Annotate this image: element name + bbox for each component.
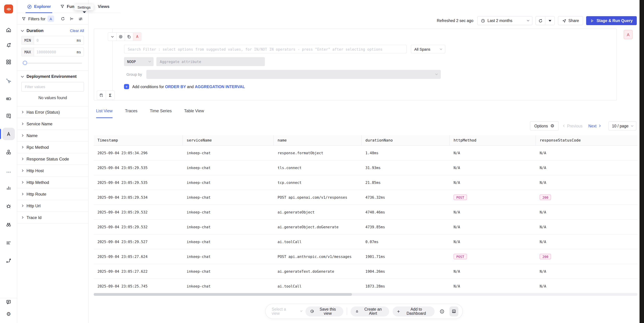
previous-page-button[interactable]: Previous <box>563 124 582 128</box>
sidebar-item-support[interactable] <box>0 296 17 308</box>
column-header-name[interactable]: name <box>274 135 362 145</box>
sidebar-item-alerts[interactable] <box>0 39 17 51</box>
collapse-query-button[interactable] <box>108 33 116 41</box>
table-row[interactable]: 2025-09-04 23:05:29.532 inkeep-chat ai.g… <box>94 205 638 220</box>
collapse-panel-icon[interactable] <box>68 15 75 22</box>
sidebar-item-pipelines[interactable] <box>0 237 17 248</box>
chevron-right-icon <box>21 134 24 137</box>
sidebar-item-infrastructure[interactable] <box>0 93 17 105</box>
info-button[interactable] <box>438 307 446 316</box>
duration-slider[interactable] <box>22 60 83 66</box>
span-scope-select[interactable]: All Spans <box>411 45 445 53</box>
table-row[interactable]: 2025-09-04 23:05:29.535 inkeep-chat tls.… <box>94 160 638 175</box>
sidebar-item-logs[interactable] <box>0 110 17 122</box>
toggle-visibility-button[interactable] <box>116 33 125 41</box>
binoculars-icon <box>6 222 12 228</box>
select-view-dropdown[interactable]: Select a view <box>272 307 302 316</box>
table-row[interactable]: 2025-09-04 23:05:27.624 inkeep-chat POST… <box>94 249 638 264</box>
sidebar-item-dashboards[interactable] <box>0 56 17 68</box>
duration-max-input[interactable] <box>34 48 74 56</box>
tab-views[interactable]: Views <box>98 0 110 13</box>
tab-table-view[interactable]: Table View <box>184 108 204 118</box>
table-row[interactable]: 2025-09-04 23:05:29.534 inkeep-chat POST… <box>94 190 638 205</box>
sidebar-item-settings[interactable]: ⚙ <box>0 308 17 320</box>
create-alert-button[interactable]: Create an Alert <box>350 306 389 316</box>
deployment-filter-input[interactable] <box>21 82 84 92</box>
plus-icon[interactable]: + <box>124 84 129 89</box>
chevron-down-icon[interactable] <box>21 74 24 78</box>
copy-query-button[interactable] <box>125 33 133 41</box>
table-row[interactable]: 2025-09-04 23:05:29.532 inkeep-chat ai.g… <box>94 220 638 234</box>
tab-explorer[interactable]: Explorer <box>27 0 51 13</box>
stage-run-query-button[interactable]: Stage & Run Query <box>586 16 637 25</box>
tab-traces[interactable]: Traces <box>125 108 138 118</box>
column-header-durationnano[interactable]: durationNano <box>362 135 450 145</box>
filter-category[interactable]: Trace Id <box>17 212 88 224</box>
sidebar-item-traces[interactable] <box>0 128 17 140</box>
aggregate-operator-select[interactable]: NOOP <box>124 57 154 66</box>
table-row[interactable]: 2025-09-04 23:05:29.527 inkeep-chat ai.t… <box>94 234 638 249</box>
aggregate-attribute-input[interactable] <box>156 57 265 66</box>
column-header-httpmethod[interactable]: httpMethod <box>450 135 536 145</box>
sidebar-item-explore[interactable] <box>0 219 17 230</box>
sidebar-item-routes[interactable] <box>0 255 17 266</box>
search-filter-input[interactable] <box>124 45 407 53</box>
filter-category[interactable]: Http Url <box>17 200 88 212</box>
filter-category[interactable]: Response Status Code <box>17 153 88 165</box>
add-to-dashboard-button[interactable]: + Add to Dashboard <box>392 306 434 316</box>
sidebar-item-integrations[interactable] <box>0 146 17 158</box>
tab-list-view[interactable]: List View <box>96 108 112 118</box>
refresh-options-button[interactable] <box>545 16 554 25</box>
horizontal-scrollbar[interactable] <box>94 293 638 296</box>
table-row[interactable]: 2025-09-04 23:05:29.535 inkeep-chat tcp.… <box>94 175 638 190</box>
aggregation-interval-link[interactable]: AGGREGATION INTERVAL <box>195 84 245 89</box>
refresh-button[interactable] <box>536 16 545 25</box>
table-row[interactable]: 2025-09-04 23:05:27.622 inkeep-chat ai.g… <box>94 264 638 279</box>
filter-category[interactable]: Http Method <box>17 177 88 188</box>
column-header-timestamp[interactable]: Timestamp <box>94 135 183 145</box>
bug-icon <box>6 203 12 209</box>
sidebar-item-exceptions[interactable] <box>0 200 17 212</box>
page-size-select[interactable]: 10 / page <box>608 121 636 130</box>
tab-time-series[interactable]: Time Series <box>150 108 172 118</box>
save-view-button[interactable]: Save this view <box>306 306 343 316</box>
options-button[interactable]: Options ⚙ <box>530 121 558 130</box>
filter-category[interactable]: Name <box>17 130 88 142</box>
chevron-down-icon[interactable] <box>21 29 24 32</box>
settings-tooltip: Settings <box>74 4 94 10</box>
refresh-filters-icon[interactable] <box>59 15 66 22</box>
time-range-select[interactable]: Last 2 months <box>477 16 532 25</box>
cell-service-name: inkeep-chat <box>183 220 274 234</box>
order-by-link[interactable]: ORDER BY <box>165 84 186 89</box>
clear-all-link[interactable]: Clear All <box>70 28 84 33</box>
scrollbar-thumb[interactable] <box>94 293 352 296</box>
sidebar-item-services[interactable] <box>0 75 17 87</box>
table-row[interactable]: 2025-09-04 23:05:25.745 inkeep-chat ai.t… <box>94 279 638 294</box>
share-button[interactable]: Share <box>558 16 583 25</box>
query-a-badge[interactable]: A <box>48 16 54 22</box>
filter-category[interactable]: Http Host <box>17 165 88 177</box>
sidebar-item-home[interactable] <box>0 24 17 36</box>
filter-category[interactable]: Has Error (Status) <box>17 106 88 118</box>
filter-category[interactable]: Service Name <box>17 118 88 130</box>
column-header-responsestatuscode[interactable]: responseStatusCode <box>536 135 638 145</box>
add-query-button[interactable] <box>97 91 106 100</box>
query-a-toggle[interactable]: A <box>133 33 141 41</box>
column-header-servicename[interactable]: serviceName <box>183 135 274 145</box>
duration-min-input[interactable] <box>34 36 74 44</box>
filter-category[interactable]: Rpc Method <box>17 142 88 153</box>
group-by-select[interactable] <box>146 70 441 79</box>
filter-category[interactable]: Http Route <box>17 188 88 200</box>
query-add-buttons: Σ <box>97 90 115 100</box>
minimize-bar-button[interactable] <box>450 306 458 316</box>
window-edge-scrollbar[interactable] <box>640 0 644 323</box>
filter-settings-icon[interactable] <box>77 15 84 22</box>
signoz-logo-icon[interactable] <box>4 4 13 14</box>
next-page-button[interactable]: Next <box>588 124 600 128</box>
sidebar-item-metrics[interactable] <box>0 182 17 194</box>
query-a-side-badge[interactable]: A <box>624 30 633 39</box>
table-row[interactable]: 2025-09-04 23:05:34.296 inkeep-chat resp… <box>94 146 638 160</box>
add-formula-button[interactable]: Σ <box>106 91 114 100</box>
slider-handle[interactable] <box>23 60 27 65</box>
sidebar-item-more[interactable] <box>0 166 17 178</box>
